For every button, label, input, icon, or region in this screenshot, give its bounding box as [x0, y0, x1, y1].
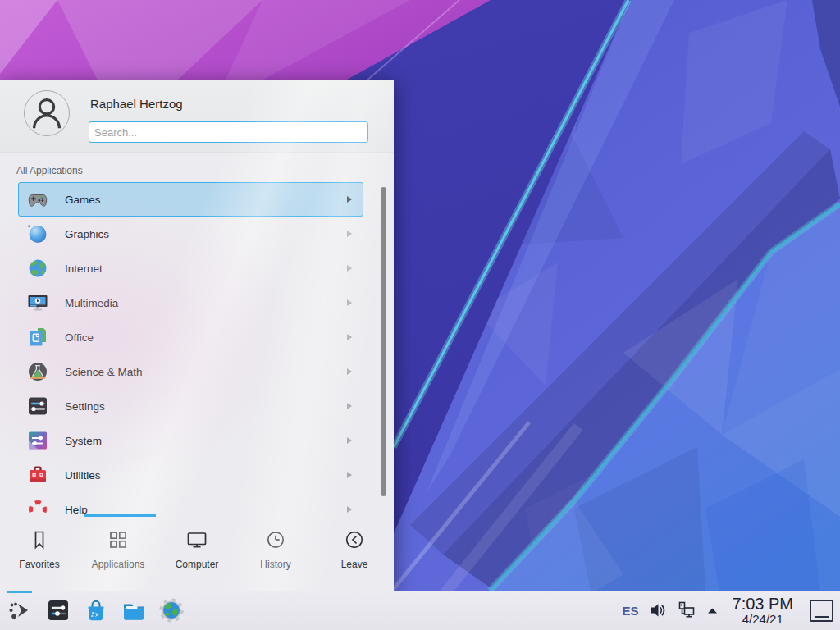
office-icon — [27, 326, 48, 348]
tab-label: Favorites — [19, 559, 59, 570]
volume-icon[interactable] — [648, 600, 668, 620]
search-input[interactable] — [89, 121, 368, 143]
games-icon — [27, 189, 48, 210]
discover-icon — [82, 596, 110, 624]
system-settings-button[interactable] — [44, 596, 72, 624]
category-multimedia[interactable]: Multimedia — [18, 285, 363, 320]
digital-clock[interactable]: 7:03 PM 4/24/21 — [733, 596, 793, 625]
tab-history[interactable]: History — [236, 514, 315, 591]
tab-favorites[interactable]: Favorites — [0, 514, 79, 591]
category-label: System — [65, 435, 102, 447]
category-internet[interactable]: Internet — [18, 251, 363, 285]
submenu-arrow-icon — [347, 196, 352, 203]
submenu-arrow-icon — [347, 403, 352, 409]
tab-label: Applications — [92, 559, 145, 570]
computer-icon — [185, 528, 208, 551]
file-manager-button[interactable] — [120, 596, 148, 624]
category-utilities[interactable]: Utilities — [18, 458, 363, 492]
internet-icon — [27, 258, 48, 279]
dolphin-folder-icon — [120, 596, 148, 624]
category-label: Utilities — [65, 469, 101, 482]
category-label: Help — [65, 504, 88, 514]
category-office[interactable]: Office — [18, 320, 363, 354]
kickoff-icon — [7, 596, 34, 624]
submenu-arrow-icon — [347, 437, 352, 444]
multimedia-icon — [27, 292, 48, 313]
taskbar-panel: ES 7:03 PM 4/24/21 — [0, 591, 840, 630]
network-wired-icon[interactable] — [677, 600, 696, 620]
category-science-math[interactable]: Science & Math — [18, 354, 363, 389]
tab-leave[interactable]: Leave — [315, 514, 394, 591]
category-label: Internet — [65, 262, 103, 275]
science-icon — [27, 361, 48, 382]
tab-applications[interactable]: Applications — [79, 514, 158, 591]
category-system[interactable]: System — [18, 423, 363, 458]
kickoff-launcher-button[interactable] — [7, 596, 34, 624]
system-tray: ES 7:03 PM 4/24/21 — [623, 596, 840, 625]
category-graphics[interactable]: Graphics — [18, 217, 363, 251]
discover-button[interactable] — [82, 596, 110, 624]
leave-icon — [343, 528, 366, 551]
browser-globe-icon — [158, 596, 185, 624]
clock-time: 7:03 PM — [733, 596, 793, 612]
settings-icon — [27, 395, 48, 417]
user-icon — [25, 91, 69, 135]
category-list: Games Graphics — [18, 182, 363, 514]
category-settings[interactable]: Settings — [18, 389, 363, 423]
launcher-header: Raphael Hertzog — [0, 80, 394, 153]
tab-label: Computer — [176, 559, 219, 570]
show-desktop-button[interactable] — [810, 600, 833, 622]
active-task-indicator — [7, 591, 32, 593]
favorites-icon — [28, 528, 51, 551]
category-games[interactable]: Games — [18, 182, 363, 217]
system-settings-icon — [44, 596, 72, 624]
submenu-arrow-icon — [347, 506, 352, 513]
category-label: Office — [65, 331, 94, 344]
submenu-arrow-icon — [347, 334, 352, 340]
submenu-arrow-icon — [347, 231, 352, 237]
help-icon — [27, 499, 48, 514]
category-label: Graphics — [65, 228, 109, 240]
scrollbar-thumb[interactable] — [381, 187, 386, 496]
user-avatar[interactable] — [24, 90, 70, 136]
graphics-icon — [27, 223, 48, 244]
tab-computer[interactable]: Computer — [158, 514, 236, 591]
submenu-arrow-icon — [347, 368, 352, 375]
category-label: Settings — [65, 400, 105, 413]
applications-icon — [107, 528, 130, 551]
category-label: Multimedia — [65, 297, 118, 309]
user-name: Raphael Hertzog — [90, 97, 183, 111]
section-label: All Applications — [16, 165, 83, 176]
category-label: Science & Math — [65, 366, 143, 378]
launcher-tabbar: Favorites Applications Computer — [0, 514, 394, 591]
category-help[interactable]: Help — [18, 492, 363, 514]
system-icon — [27, 430, 48, 451]
tab-label: Leave — [341, 559, 368, 570]
taskbar-launchers — [0, 596, 185, 624]
active-tab-indicator — [84, 514, 156, 517]
clock-date: 4/24/21 — [733, 613, 793, 625]
tab-label: History — [260, 559, 290, 570]
web-browser-button[interactable] — [158, 596, 185, 624]
category-label: Games — [65, 194, 101, 206]
application-launcher-popup: Raphael Hertzog All Applications Games — [0, 80, 394, 591]
submenu-arrow-icon — [347, 299, 352, 306]
history-icon — [264, 528, 287, 551]
submenu-arrow-icon — [347, 472, 352, 478]
utilities-icon — [27, 464, 48, 486]
submenu-arrow-icon — [347, 265, 352, 272]
keyboard-layout-indicator[interactable]: ES — [623, 604, 639, 618]
expand-tray-icon[interactable] — [705, 604, 719, 618]
